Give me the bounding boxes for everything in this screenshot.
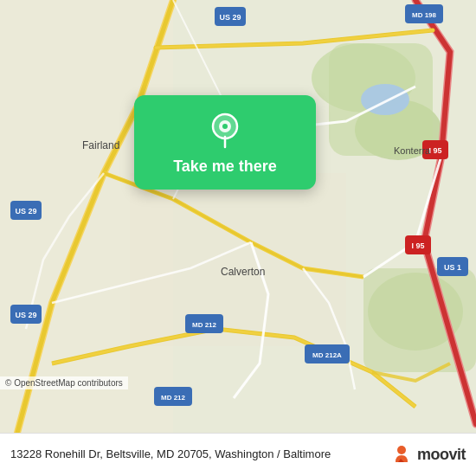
address-text: 13228 Ronehill Dr, Beltsville, MD 20705,…	[10, 447, 389, 462]
svg-text:Fairland: Fairland	[82, 139, 119, 151]
map-container: US 29 MD 198 I 95 I 95 US 1 US 29 US 29 …	[0, 0, 476, 433]
svg-text:Konterra: Konterra	[394, 145, 431, 156]
take-me-there-button[interactable]: Take me there	[134, 95, 316, 190]
svg-rect-8	[130, 173, 346, 346]
svg-text:US 1: US 1	[444, 263, 461, 272]
take-me-there-label: Take me there	[173, 158, 277, 176]
svg-text:MD 198: MD 198	[412, 11, 437, 19]
svg-text:US 29: US 29	[15, 207, 36, 215]
copyright-text: © OpenStreetMap contributors	[0, 376, 128, 389]
svg-text:Calverton: Calverton	[221, 266, 265, 278]
location-pin-icon	[206, 111, 244, 149]
svg-text:US 29: US 29	[15, 311, 36, 319]
svg-text:I 95: I 95	[411, 241, 424, 250]
openstreetmap-credit: © OpenStreetMap contributors	[5, 378, 123, 388]
svg-point-35	[397, 446, 406, 454]
moovit-icon	[389, 443, 414, 467]
svg-text:MD 212A: MD 212A	[312, 351, 342, 359]
svg-text:MD 212: MD 212	[192, 321, 217, 329]
svg-text:US 29: US 29	[219, 13, 241, 22]
svg-text:I 95: I 95	[428, 146, 441, 155]
moovit-logo: moovit	[389, 443, 466, 467]
moovit-brand-name: moovit	[417, 446, 466, 464]
svg-text:MD 212: MD 212	[161, 394, 186, 402]
bottom-bar: 13228 Ronehill Dr, Beltsville, MD 20705,…	[0, 433, 476, 476]
svg-point-34	[222, 124, 228, 129]
map-svg: US 29 MD 198 I 95 I 95 US 1 US 29 US 29 …	[0, 0, 476, 433]
